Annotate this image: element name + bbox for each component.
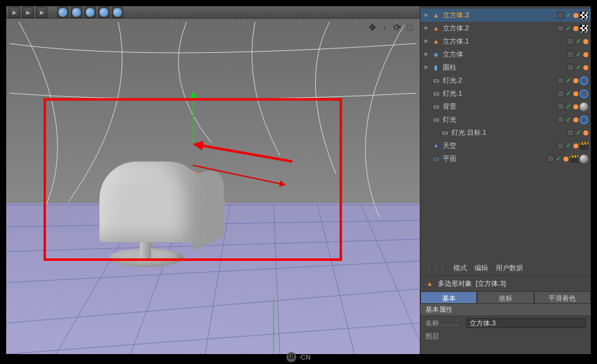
enable-check-icon[interactable]: ✓ — [565, 142, 572, 150]
object-name-label[interactable]: 立方体 — [443, 50, 565, 59]
pan-icon[interactable]: ✥ — [368, 22, 377, 32]
render-dot-icon[interactable] — [583, 130, 588, 135]
enable-check-icon[interactable]: ✓ — [565, 76, 572, 84]
checker-tag-icon[interactable] — [580, 11, 588, 20]
tool-play-icon[interactable]: ▶ — [36, 7, 47, 18]
tool-sphere-icon[interactable] — [71, 7, 82, 18]
render-dot-icon[interactable] — [573, 104, 578, 109]
enable-check-icon[interactable]: ✓ — [565, 116, 572, 124]
target-tag-icon[interactable] — [580, 89, 588, 98]
object-name-label[interactable]: 立方体.2 — [443, 24, 555, 33]
object-row[interactable]: ▲立方体.3✓ — [420, 9, 591, 22]
object-row[interactable]: ▭灯光.1✓ — [420, 87, 591, 100]
enable-check-icon[interactable]: ✓ — [565, 102, 572, 111]
render-dot-icon[interactable] — [583, 65, 588, 70]
enable-check-icon[interactable]: ✓ — [575, 37, 582, 45]
target-tag-icon[interactable] — [580, 76, 588, 85]
visibility-toggle[interactable] — [567, 64, 574, 71]
orbit-icon[interactable]: ⟳ — [392, 22, 402, 32]
visibility-toggle[interactable] — [557, 25, 564, 32]
tab-basic[interactable]: 基本 — [420, 291, 477, 304]
menu-userdata[interactable]: 用户数据 — [496, 263, 523, 273]
viewport-3d[interactable] — [6, 19, 420, 354]
grid-icon[interactable]: ⋮⋮⋮ — [425, 263, 446, 273]
object-row[interactable]: ▭灯光.2✓ — [420, 74, 591, 87]
material-tag-icon[interactable] — [580, 155, 588, 163]
expand-icon[interactable] — [423, 35, 429, 48]
target-tag-icon[interactable] — [580, 116, 588, 124]
enable-check-icon[interactable]: ✓ — [565, 89, 572, 98]
visibility-toggle[interactable] — [567, 51, 574, 58]
object-row[interactable]: ▲立方体.1✓ — [420, 35, 591, 48]
render-dot-icon[interactable] — [573, 143, 578, 148]
tool-sphere-icon[interactable] — [85, 7, 96, 18]
visibility-toggle[interactable] — [547, 155, 554, 162]
visibility-toggle[interactable] — [557, 103, 564, 110]
visibility-toggle[interactable] — [557, 77, 564, 84]
object-row[interactable]: ●天空✓ — [420, 139, 591, 152]
tool-play-icon[interactable]: ▶ — [22, 7, 34, 18]
maximize-icon[interactable]: □ — [405, 22, 415, 32]
name-field[interactable] — [466, 318, 586, 328]
visibility-toggle[interactable] — [557, 90, 564, 97]
enable-check-icon[interactable]: ✓ — [575, 129, 582, 137]
render-dot-icon[interactable] — [573, 26, 578, 31]
visibility-toggle[interactable] — [557, 142, 564, 149]
tool-sphere-icon[interactable] — [57, 7, 68, 18]
enable-check-icon[interactable]: ✓ — [565, 11, 572, 19]
render-dot-icon[interactable] — [573, 91, 578, 96]
object-row[interactable]: ▭背景✓ — [420, 100, 591, 113]
tool-play-icon[interactable]: ▶ — [9, 7, 20, 18]
render-dot-icon[interactable] — [563, 157, 568, 162]
object-row[interactable]: ▭平面✓ — [420, 152, 591, 165]
object-name-label[interactable]: 平面 — [443, 154, 545, 163]
tab-phong[interactable]: 平滑着色 — [534, 291, 591, 304]
object-toggles: ✓ — [567, 37, 588, 45]
render-dot-icon[interactable] — [573, 117, 578, 122]
object-name-label[interactable]: 灯光 — [443, 115, 555, 124]
material-tag-icon[interactable] — [580, 102, 588, 111]
dolly-icon[interactable]: ↑ — [380, 22, 390, 32]
render-dot-icon[interactable] — [573, 78, 578, 83]
enable-check-icon[interactable]: ✓ — [575, 63, 582, 71]
object-row[interactable]: ▭灯光✓ — [420, 113, 591, 126]
enable-check-icon[interactable]: ✓ — [575, 50, 582, 58]
object-row[interactable]: ▲立方体.2✓ — [420, 22, 591, 35]
object-name-label[interactable]: 背景 — [443, 102, 555, 111]
object-name-label[interactable]: 灯光.1 — [443, 89, 555, 98]
clapboard-tag-icon[interactable] — [580, 142, 588, 150]
object-name-label[interactable]: 灯光.2 — [443, 76, 555, 85]
object-manager[interactable]: ▲立方体.3✓▲立方体.2✓▲立方体.1✓◈立方体✓▮圆柱✓▭灯光.2✓▭灯光.… — [420, 6, 591, 168]
object-toggles: ✓ — [567, 63, 588, 71]
object-row[interactable]: ▭灯光.目标.1✓ — [420, 126, 591, 139]
visibility-toggle[interactable] — [567, 129, 574, 136]
expand-icon[interactable] — [423, 22, 429, 35]
checker-tag-icon[interactable] — [580, 24, 588, 33]
object-row[interactable]: ▮圆柱✓ — [420, 61, 591, 74]
object-toggles: ✓ — [567, 129, 588, 137]
expand-icon[interactable] — [423, 9, 429, 22]
render-dot-icon[interactable] — [583, 39, 588, 44]
enable-check-icon[interactable]: ✓ — [555, 155, 562, 163]
menu-edit[interactable]: 编辑 — [474, 263, 488, 273]
logo-suffix: ·CN — [299, 353, 311, 361]
object-name-label[interactable]: 灯光.目标.1 — [451, 128, 565, 137]
tool-sphere-icon[interactable] — [98, 7, 109, 18]
object-name-label[interactable]: 立方体.3 — [443, 11, 555, 20]
object-name-label[interactable]: 立方体.1 — [443, 37, 565, 46]
render-dot-icon[interactable] — [583, 52, 588, 57]
menu-mode[interactable]: 模式 — [453, 263, 467, 273]
clapboard-tag-icon[interactable] — [570, 155, 578, 163]
visibility-toggle[interactable] — [557, 116, 564, 123]
visibility-toggle[interactable] — [567, 38, 574, 45]
object-row[interactable]: ◈立方体✓ — [420, 48, 591, 61]
tab-coord[interactable]: 坐标 — [477, 291, 534, 304]
visibility-toggle[interactable] — [557, 12, 564, 19]
object-name-label[interactable]: 圆柱 — [443, 63, 565, 72]
object-name-label[interactable]: 天空 — [443, 141, 555, 150]
expand-icon[interactable] — [423, 61, 429, 75]
enable-check-icon[interactable]: ✓ — [565, 24, 572, 32]
tool-sphere-icon[interactable] — [112, 7, 123, 18]
expand-icon[interactable] — [423, 48, 429, 61]
render-dot-icon[interactable] — [573, 13, 578, 18]
